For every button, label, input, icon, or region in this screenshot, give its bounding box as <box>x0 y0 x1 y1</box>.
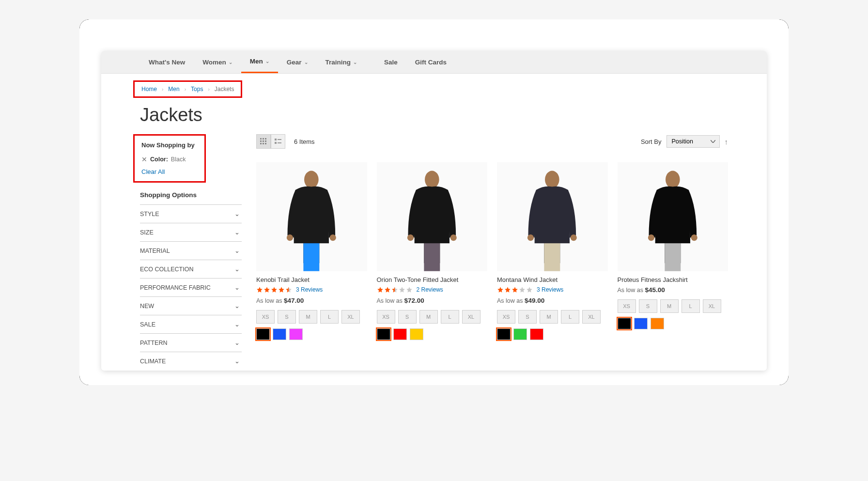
nav-item-gear[interactable]: Gear⌄ <box>278 51 317 73</box>
product-name[interactable]: Kenobi Trail Jacket <box>256 276 367 283</box>
chevron-down-icon: ⌄ <box>304 60 308 65</box>
svg-point-19 <box>407 234 414 241</box>
breadcrumb-link[interactable]: Men <box>168 86 179 93</box>
size-swatch-xl[interactable]: XL <box>341 310 360 324</box>
filter-size[interactable]: SIZE⌄ <box>140 223 242 241</box>
price-row: As low as $47.00 <box>256 297 367 304</box>
nav-item-women[interactable]: Women⌄ <box>194 51 241 73</box>
size-swatch-xl[interactable]: XL <box>703 299 721 313</box>
shopping-options-title: Shopping Options <box>140 191 242 199</box>
size-swatches: XSSMLXL <box>377 310 488 324</box>
chevron-down-icon: ⌄ <box>234 357 240 365</box>
color-swatch[interactable] <box>289 328 303 340</box>
size-swatch-xs[interactable]: XS <box>256 310 275 324</box>
active-filter-row: ✕ Color: Black <box>141 155 198 163</box>
product-image[interactable] <box>497 162 608 271</box>
item-count: 6 Items <box>294 138 315 145</box>
rating-row: 3 Reviews <box>497 286 608 293</box>
product-image[interactable] <box>618 162 728 271</box>
filter-sale[interactable]: SALE⌄ <box>140 315 242 333</box>
chevron-down-icon: ⌄ <box>353 60 357 65</box>
color-swatch[interactable] <box>618 318 631 329</box>
product-name[interactable]: Montana Wind Jacket <box>497 276 608 283</box>
size-swatch-xs[interactable]: XS <box>497 310 515 324</box>
size-swatches: XSSMLXL <box>256 310 367 324</box>
remove-filter-icon[interactable]: ✕ <box>141 155 147 163</box>
price-row: As low as $45.00 <box>618 286 728 294</box>
sort-select[interactable]: Position <box>666 135 720 148</box>
sort-controls: Sort By Position ↑ <box>641 135 728 148</box>
chevron-down-icon: ⌄ <box>234 229 240 236</box>
chevron-right-icon: › <box>185 87 186 92</box>
color-swatch[interactable] <box>634 318 648 329</box>
nav-item-training[interactable]: Training⌄ <box>317 51 366 73</box>
color-swatch[interactable] <box>410 328 423 340</box>
size-swatch-xs[interactable]: XS <box>618 299 636 313</box>
chevron-down-icon: ⌄ <box>234 265 240 273</box>
product-card: Orion Two-Tone Fitted Jacket2 ReviewsAs … <box>377 162 488 340</box>
svg-point-17 <box>425 171 439 188</box>
svg-rect-22 <box>544 243 560 271</box>
size-swatch-l[interactable]: L <box>682 299 700 313</box>
filter-performance-fabric[interactable]: PERFORMANCE FABRIC⌄ <box>140 278 242 296</box>
size-swatch-xs[interactable]: XS <box>377 310 395 324</box>
price-row: As low as $49.00 <box>497 297 608 304</box>
product-name[interactable]: Proteus Fitness Jackshirt <box>618 276 728 283</box>
size-swatch-m[interactable]: M <box>419 310 438 324</box>
size-swatch-xl[interactable]: XL <box>582 310 601 324</box>
color-swatch[interactable] <box>651 318 664 329</box>
color-swatch[interactable] <box>256 328 270 340</box>
color-swatch[interactable] <box>377 328 390 340</box>
size-swatch-s[interactable]: S <box>518 310 537 324</box>
reviews-link[interactable]: 3 Reviews <box>537 286 563 293</box>
color-swatches <box>256 328 367 340</box>
filter-new[interactable]: NEW⌄ <box>140 296 242 315</box>
size-swatch-s[interactable]: S <box>278 310 296 324</box>
color-swatch[interactable] <box>497 328 511 340</box>
svg-point-15 <box>287 234 293 241</box>
reviews-link[interactable]: 3 Reviews <box>296 286 323 293</box>
filter-eco-collection[interactable]: ECO COLLECTION⌄ <box>140 260 242 278</box>
breadcrumb-link[interactable]: Tops <box>191 86 203 93</box>
color-swatches <box>377 328 488 340</box>
svg-rect-3 <box>260 140 262 142</box>
nav-item-what-s-new[interactable]: What's New <box>140 51 194 73</box>
product-image[interactable] <box>377 162 488 271</box>
product-image[interactable] <box>256 162 367 271</box>
size-swatch-m[interactable]: M <box>540 310 558 324</box>
breadcrumb-link[interactable]: Home <box>141 86 157 93</box>
size-swatch-s[interactable]: S <box>639 299 657 313</box>
filter-value: Black <box>171 156 186 163</box>
nav-item-sale[interactable]: Sale <box>375 51 406 73</box>
grid-view-button[interactable] <box>256 134 271 149</box>
size-swatches: XSSMLXL <box>497 310 608 324</box>
filter-material[interactable]: MATERIAL⌄ <box>140 241 242 260</box>
svg-rect-6 <box>260 143 262 144</box>
clear-all-link[interactable]: Clear All <box>141 168 198 175</box>
size-swatch-xl[interactable]: XL <box>462 310 480 324</box>
color-swatch[interactable] <box>393 328 407 340</box>
page-title: Jackets <box>140 105 728 125</box>
size-swatch-m[interactable]: M <box>299 310 317 324</box>
size-swatch-s[interactable]: S <box>398 310 417 324</box>
filter-style[interactable]: STYLE⌄ <box>140 204 242 223</box>
filter-climate[interactable]: CLIMATE⌄ <box>140 352 242 370</box>
nav-item-gift-cards[interactable]: Gift Cards <box>406 51 455 73</box>
list-view-button[interactable] <box>271 134 285 149</box>
rating-row: 2 Reviews <box>377 286 488 293</box>
size-swatch-l[interactable]: L <box>320 310 339 324</box>
reviews-link[interactable]: 2 Reviews <box>417 286 443 293</box>
size-swatch-m[interactable]: M <box>660 299 679 313</box>
price-value: $45.00 <box>645 286 665 294</box>
svg-point-21 <box>545 171 559 188</box>
size-swatch-l[interactable]: L <box>441 310 459 324</box>
product-name[interactable]: Orion Two-Tone Fitted Jacket <box>377 276 488 283</box>
nav-item-men[interactable]: Men⌄ <box>241 51 278 73</box>
sort-direction-icon[interactable]: ↑ <box>725 138 728 146</box>
size-swatch-l[interactable]: L <box>561 310 579 324</box>
color-swatch[interactable] <box>530 328 543 340</box>
color-swatch[interactable] <box>513 328 527 340</box>
filter-pattern[interactable]: PATTERN⌄ <box>140 333 242 352</box>
breadcrumb-current: Jackets <box>215 86 234 93</box>
color-swatch[interactable] <box>273 328 286 340</box>
